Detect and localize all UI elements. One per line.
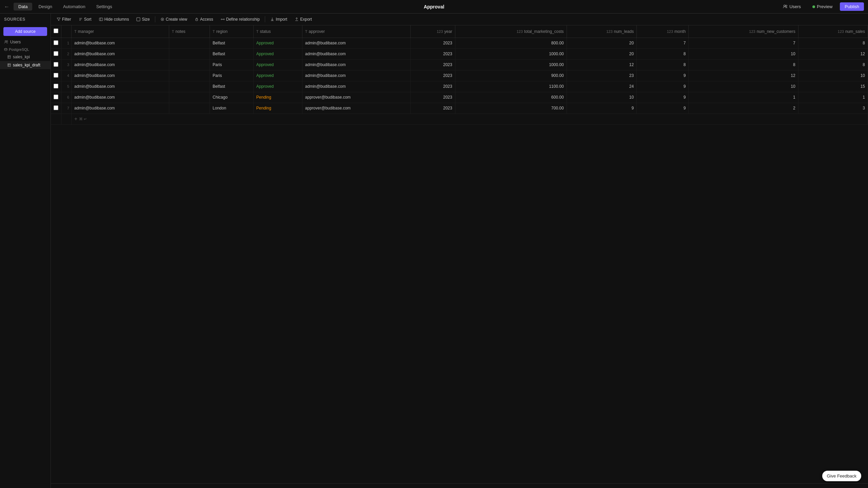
cell-approver[interactable]: approver@budibase.com	[302, 103, 410, 114]
row-checkbox[interactable]	[54, 84, 58, 88]
cell-year[interactable]: 2023	[410, 38, 455, 48]
cell-notes[interactable]	[169, 81, 210, 92]
cell-num-sales[interactable]: 12	[798, 48, 868, 59]
users-button[interactable]: Users	[779, 2, 805, 11]
cell-num-sales[interactable]: 3	[798, 103, 868, 114]
publish-button[interactable]: Publish	[840, 2, 864, 11]
import-button[interactable]: Import	[267, 16, 290, 23]
cell-notes[interactable]	[169, 48, 210, 59]
cell-num-new-customers[interactable]: 10	[689, 48, 798, 59]
filter-button[interactable]: Filter	[54, 16, 74, 23]
cell-num-sales[interactable]: 8	[798, 38, 868, 48]
cell-num-sales[interactable]: 8	[798, 59, 868, 70]
cell-manager[interactable]: admin@budibase.com	[72, 59, 169, 70]
col-header-approver[interactable]: Tapprover	[302, 25, 410, 38]
cell-approver[interactable]: admin@budibase.com	[302, 48, 410, 59]
cell-num-leads[interactable]: 10	[567, 92, 637, 103]
sort-button[interactable]: Sort	[76, 16, 95, 23]
cell-year[interactable]: 2023	[410, 81, 455, 92]
export-button[interactable]: Export	[292, 16, 315, 23]
cell-region[interactable]: Paris	[210, 70, 254, 81]
cell-num-leads[interactable]: 24	[567, 81, 637, 92]
cell-notes[interactable]	[169, 70, 210, 81]
cell-total-marketing-costs[interactable]: 1000.00	[455, 48, 567, 59]
cell-approver[interactable]: admin@budibase.com	[302, 81, 410, 92]
cell-num-new-customers[interactable]: 12	[689, 70, 798, 81]
cell-status[interactable]: Pending	[253, 103, 302, 114]
row-checkbox-cell[interactable]	[51, 92, 61, 103]
cell-manager[interactable]: admin@budibase.com	[72, 92, 169, 103]
cell-year[interactable]: 2023	[410, 59, 455, 70]
table-row[interactable]: 3 admin@budibase.com Paris Approved admi…	[51, 59, 868, 70]
cell-region[interactable]: London	[210, 103, 254, 114]
row-checkbox-cell[interactable]	[51, 59, 61, 70]
back-button[interactable]: ←	[4, 4, 9, 10]
cell-year[interactable]: 2023	[410, 48, 455, 59]
add-row[interactable]: + ⌘ ↵	[51, 114, 868, 124]
sidebar-item-users[interactable]: Users	[0, 38, 51, 46]
cell-region[interactable]: Belfast	[210, 38, 254, 48]
cell-status[interactable]: Approved	[253, 59, 302, 70]
cell-total-marketing-costs[interactable]: 900.00	[455, 70, 567, 81]
row-checkbox-cell[interactable]	[51, 103, 61, 114]
cell-region[interactable]: Paris	[210, 59, 254, 70]
row-checkbox-cell[interactable]	[51, 81, 61, 92]
add-row-icon[interactable]: + ⌘ ↵	[72, 114, 868, 124]
cell-status[interactable]: Approved	[253, 70, 302, 81]
footer-scrollbar[interactable]	[51, 483, 868, 488]
cell-manager[interactable]: admin@budibase.com	[72, 48, 169, 59]
col-header-num-leads[interactable]: 123num_leads	[567, 25, 637, 38]
cell-total-marketing-costs[interactable]: 1100.00	[455, 81, 567, 92]
add-source-button[interactable]: Add source	[3, 27, 47, 36]
select-all-checkbox[interactable]	[54, 28, 58, 33]
cell-manager[interactable]: admin@budibase.com	[72, 70, 169, 81]
cell-region[interactable]: Chicago	[210, 92, 254, 103]
cell-status[interactable]: Approved	[253, 48, 302, 59]
cell-approver[interactable]: admin@budibase.com	[302, 59, 410, 70]
tab-settings[interactable]: Settings	[92, 3, 117, 11]
cell-month[interactable]: 9	[637, 81, 689, 92]
row-checkbox[interactable]	[54, 105, 58, 110]
col-header-total-marketing-costs[interactable]: 123total_marketing_costs	[455, 25, 567, 38]
cell-num-new-customers[interactable]: 2	[689, 103, 798, 114]
cell-total-marketing-costs[interactable]: 600.00	[455, 92, 567, 103]
cell-month[interactable]: 9	[637, 103, 689, 114]
table-row[interactable]: 7 admin@budibase.com London Pending appr…	[51, 103, 868, 114]
row-checkbox[interactable]	[54, 40, 58, 45]
col-header-region[interactable]: Tregion	[210, 25, 254, 38]
cell-approver[interactable]: approver@budibase.com	[302, 92, 410, 103]
col-header-status[interactable]: Tstatus	[253, 25, 302, 38]
cell-manager[interactable]: admin@budibase.com	[72, 103, 169, 114]
tab-data[interactable]: Data	[14, 3, 32, 11]
cell-num-sales[interactable]: 10	[798, 70, 868, 81]
row-checkbox[interactable]	[54, 62, 58, 67]
row-checkbox[interactable]	[54, 95, 58, 99]
row-checkbox[interactable]	[54, 73, 58, 78]
cell-month[interactable]: 9	[637, 70, 689, 81]
cell-status[interactable]: Pending	[253, 92, 302, 103]
cell-num-leads[interactable]: 12	[567, 59, 637, 70]
cell-year[interactable]: 2023	[410, 103, 455, 114]
row-checkbox-cell[interactable]	[51, 48, 61, 59]
col-header-year[interactable]: 123year	[410, 25, 455, 38]
row-checkbox[interactable]	[54, 51, 58, 56]
col-header-month[interactable]: 123month	[637, 25, 689, 38]
cell-notes[interactable]	[169, 92, 210, 103]
cell-month[interactable]: 7	[637, 38, 689, 48]
cell-num-leads[interactable]: 9	[567, 103, 637, 114]
cell-num-new-customers[interactable]: 10	[689, 81, 798, 92]
cell-num-new-customers[interactable]: 7	[689, 38, 798, 48]
sidebar-item-sales-kpi[interactable]: sales_kpi	[0, 53, 51, 61]
cell-year[interactable]: 2023	[410, 70, 455, 81]
cell-status[interactable]: Approved	[253, 81, 302, 92]
cell-num-sales[interactable]: 1	[798, 92, 868, 103]
table-row[interactable]: 6 admin@budibase.com Chicago Pending app…	[51, 92, 868, 103]
cell-month[interactable]: 8	[637, 48, 689, 59]
cell-total-marketing-costs[interactable]: 700.00	[455, 103, 567, 114]
cell-region[interactable]: Belfast	[210, 48, 254, 59]
col-header-manager[interactable]: Tmanager	[72, 25, 169, 38]
cell-num-new-customers[interactable]: 8	[689, 59, 798, 70]
row-checkbox-cell[interactable]	[51, 38, 61, 48]
feedback-button[interactable]: Give Feedback	[822, 471, 861, 481]
col-header-notes[interactable]: Tnotes	[169, 25, 210, 38]
